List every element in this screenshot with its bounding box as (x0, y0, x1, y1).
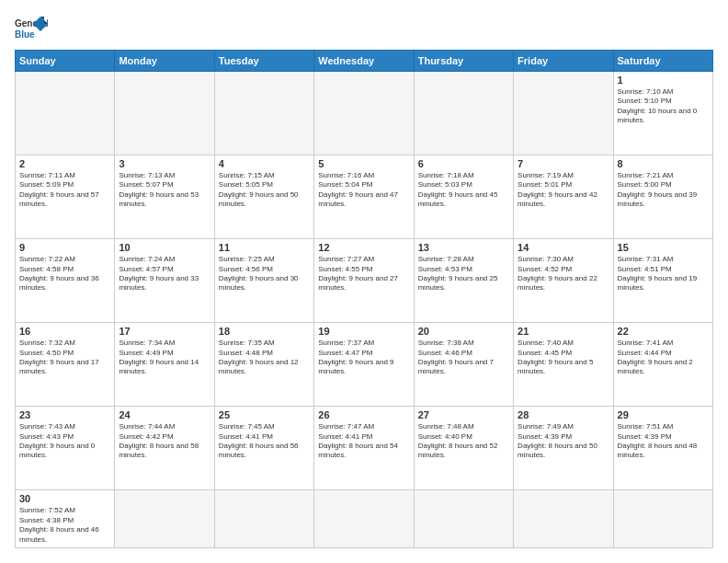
day-info: Sunrise: 7:34 AM Sunset: 4:49 PM Dayligh… (119, 339, 210, 377)
day-info: Sunrise: 7:49 AM Sunset: 4:39 PM Dayligh… (518, 422, 609, 461)
calendar-day-cell: 4Sunrise: 7:15 AM Sunset: 5:05 PM Daylig… (214, 155, 313, 239)
day-info: Sunrise: 7:25 AM Sunset: 4:56 PM Dayligh… (219, 255, 310, 293)
day-info: Sunrise: 7:10 AM Sunset: 5:10 PM Dayligh… (618, 87, 709, 126)
day-number: 10 (119, 242, 210, 253)
day-info: Sunrise: 7:22 AM Sunset: 4:58 PM Dayligh… (19, 255, 110, 293)
calendar-day-cell (613, 490, 712, 548)
calendar-day-cell: 22Sunrise: 7:41 AM Sunset: 4:44 PM Dayli… (613, 323, 712, 407)
calendar-day-cell: 12Sunrise: 7:27 AM Sunset: 4:55 PM Dayli… (314, 239, 414, 323)
calendar-day-cell (115, 490, 214, 548)
calendar-day-cell: 5Sunrise: 7:16 AM Sunset: 5:04 PM Daylig… (314, 155, 414, 239)
calendar-body: 1Sunrise: 7:10 AM Sunset: 5:10 PM Daylig… (16, 72, 713, 548)
day-number: 22 (618, 326, 709, 337)
logo: General Blue (15, 15, 51, 42)
day-number: 28 (518, 409, 609, 420)
day-info: Sunrise: 7:13 AM Sunset: 5:07 PM Dayligh… (119, 171, 210, 210)
day-info: Sunrise: 7:27 AM Sunset: 4:55 PM Dayligh… (318, 255, 409, 293)
calendar-day-cell: 29Sunrise: 7:51 AM Sunset: 4:39 PM Dayli… (613, 407, 712, 490)
day-number: 11 (219, 242, 310, 253)
weekday-header-sunday: Sunday (16, 51, 115, 72)
calendar-day-cell: 18Sunrise: 7:35 AM Sunset: 4:48 PM Dayli… (214, 323, 313, 407)
day-number: 7 (518, 158, 609, 169)
calendar-day-cell: 24Sunrise: 7:44 AM Sunset: 4:42 PM Dayli… (115, 407, 214, 490)
weekday-header-saturday: Saturday (613, 51, 712, 72)
day-info: Sunrise: 7:32 AM Sunset: 4:50 PM Dayligh… (19, 339, 110, 377)
calendar-week-row: 30Sunrise: 7:52 AM Sunset: 4:38 PM Dayli… (16, 490, 713, 548)
day-number: 8 (618, 158, 709, 169)
day-info: Sunrise: 7:43 AM Sunset: 4:43 PM Dayligh… (19, 422, 110, 461)
calendar-week-row: 2Sunrise: 7:11 AM Sunset: 5:09 PM Daylig… (16, 155, 713, 239)
calendar-day-cell: 19Sunrise: 7:37 AM Sunset: 4:47 PM Dayli… (314, 323, 414, 407)
day-number: 26 (318, 409, 409, 420)
day-number: 25 (219, 409, 310, 420)
day-info: Sunrise: 7:51 AM Sunset: 4:39 PM Dayligh… (618, 422, 709, 461)
calendar-day-cell: 10Sunrise: 7:24 AM Sunset: 4:57 PM Dayli… (115, 239, 214, 323)
day-number: 17 (119, 326, 210, 337)
day-info: Sunrise: 7:45 AM Sunset: 4:41 PM Dayligh… (219, 422, 310, 461)
calendar-day-cell (414, 72, 513, 155)
calendar-day-cell (514, 72, 613, 155)
calendar-day-cell: 23Sunrise: 7:43 AM Sunset: 4:43 PM Dayli… (16, 407, 115, 490)
calendar-day-cell: 13Sunrise: 7:28 AM Sunset: 4:53 PM Dayli… (414, 239, 513, 323)
day-info: Sunrise: 7:15 AM Sunset: 5:05 PM Dayligh… (219, 171, 310, 210)
calendar-week-row: 23Sunrise: 7:43 AM Sunset: 4:43 PM Dayli… (16, 407, 713, 490)
day-number: 23 (19, 409, 110, 420)
calendar-day-cell: 3Sunrise: 7:13 AM Sunset: 5:07 PM Daylig… (115, 155, 214, 239)
calendar-day-cell: 21Sunrise: 7:40 AM Sunset: 4:45 PM Dayli… (514, 323, 613, 407)
calendar-table: SundayMondayTuesdayWednesdayThursdayFrid… (15, 50, 713, 548)
day-info: Sunrise: 7:38 AM Sunset: 4:46 PM Dayligh… (418, 339, 509, 377)
day-info: Sunrise: 7:30 AM Sunset: 4:52 PM Dayligh… (518, 255, 609, 293)
calendar-day-cell (115, 72, 214, 155)
day-number: 3 (119, 158, 210, 169)
weekday-header-friday: Friday (514, 51, 613, 72)
day-number: 6 (418, 158, 509, 169)
calendar-week-row: 16Sunrise: 7:32 AM Sunset: 4:50 PM Dayli… (16, 323, 713, 407)
day-number: 2 (19, 158, 110, 169)
calendar-week-row: 9Sunrise: 7:22 AM Sunset: 4:58 PM Daylig… (16, 239, 713, 323)
day-number: 30 (19, 493, 110, 504)
calendar-day-cell: 28Sunrise: 7:49 AM Sunset: 4:39 PM Dayli… (514, 407, 613, 490)
day-number: 18 (219, 326, 310, 337)
day-info: Sunrise: 7:35 AM Sunset: 4:48 PM Dayligh… (219, 339, 310, 377)
day-info: Sunrise: 7:48 AM Sunset: 4:40 PM Dayligh… (418, 422, 509, 461)
page: General Blue SundayMondayTuesdayWednesda… (0, 0, 728, 563)
calendar-day-cell (314, 72, 414, 155)
day-info: Sunrise: 7:41 AM Sunset: 4:44 PM Dayligh… (618, 339, 709, 377)
day-info: Sunrise: 7:21 AM Sunset: 5:00 PM Dayligh… (618, 171, 709, 210)
weekday-header-thursday: Thursday (414, 51, 513, 72)
day-number: 20 (418, 326, 509, 337)
day-info: Sunrise: 7:40 AM Sunset: 4:45 PM Dayligh… (518, 339, 609, 377)
calendar-week-row: 1Sunrise: 7:10 AM Sunset: 5:10 PM Daylig… (16, 72, 713, 155)
calendar-day-cell (214, 72, 313, 155)
day-info: Sunrise: 7:44 AM Sunset: 4:42 PM Dayligh… (119, 422, 210, 461)
header: General Blue (15, 15, 713, 42)
calendar-day-cell: 1Sunrise: 7:10 AM Sunset: 5:10 PM Daylig… (613, 72, 712, 155)
weekday-header-monday: Monday (115, 51, 214, 72)
calendar-day-cell (214, 490, 313, 548)
calendar-day-cell: 7Sunrise: 7:19 AM Sunset: 5:01 PM Daylig… (514, 155, 613, 239)
day-info: Sunrise: 7:19 AM Sunset: 5:01 PM Dayligh… (518, 171, 609, 210)
day-number: 9 (19, 242, 110, 253)
day-info: Sunrise: 7:47 AM Sunset: 4:41 PM Dayligh… (318, 422, 409, 461)
calendar-header-row: SundayMondayTuesdayWednesdayThursdayFrid… (16, 51, 713, 72)
day-info: Sunrise: 7:16 AM Sunset: 5:04 PM Dayligh… (318, 171, 409, 210)
day-info: Sunrise: 7:37 AM Sunset: 4:47 PM Dayligh… (318, 339, 409, 377)
calendar-day-cell: 2Sunrise: 7:11 AM Sunset: 5:09 PM Daylig… (16, 155, 115, 239)
day-info: Sunrise: 7:28 AM Sunset: 4:53 PM Dayligh… (418, 255, 509, 293)
day-number: 5 (318, 158, 409, 169)
day-number: 27 (418, 409, 509, 420)
generalblue-logo-icon: General Blue (15, 15, 48, 42)
calendar-day-cell: 11Sunrise: 7:25 AM Sunset: 4:56 PM Dayli… (214, 239, 313, 323)
calendar-day-cell: 20Sunrise: 7:38 AM Sunset: 4:46 PM Dayli… (414, 323, 513, 407)
day-number: 4 (219, 158, 310, 169)
calendar-day-cell: 30Sunrise: 7:52 AM Sunset: 4:38 PM Dayli… (16, 490, 115, 548)
calendar-day-cell: 27Sunrise: 7:48 AM Sunset: 4:40 PM Dayli… (414, 407, 513, 490)
day-number: 21 (518, 326, 609, 337)
calendar-day-cell (314, 490, 414, 548)
calendar-day-cell: 9Sunrise: 7:22 AM Sunset: 4:58 PM Daylig… (16, 239, 115, 323)
day-info: Sunrise: 7:24 AM Sunset: 4:57 PM Dayligh… (119, 255, 210, 293)
calendar-day-cell: 25Sunrise: 7:45 AM Sunset: 4:41 PM Dayli… (214, 407, 313, 490)
day-number: 15 (618, 242, 709, 253)
day-number: 19 (318, 326, 409, 337)
calendar-day-cell: 15Sunrise: 7:31 AM Sunset: 4:51 PM Dayli… (613, 239, 712, 323)
